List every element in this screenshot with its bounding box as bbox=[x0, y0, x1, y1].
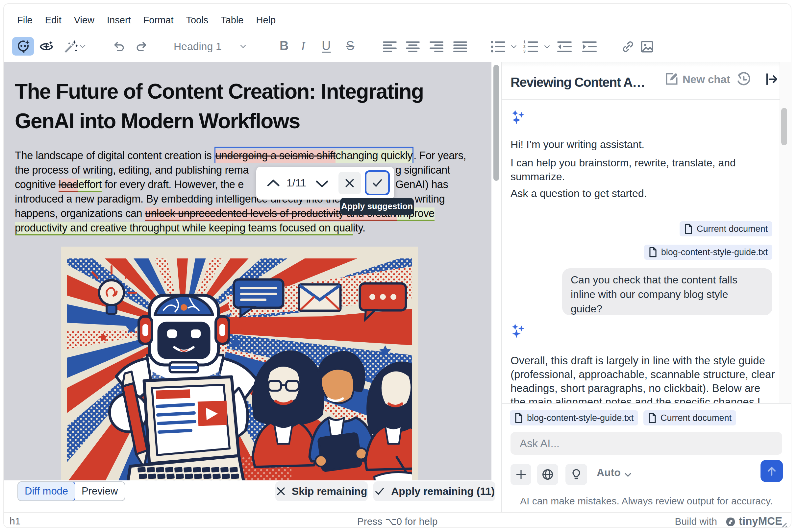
svg-text:2: 2 bbox=[523, 44, 526, 49]
svg-text:1: 1 bbox=[523, 40, 526, 44]
svg-text:3: 3 bbox=[523, 49, 526, 53]
